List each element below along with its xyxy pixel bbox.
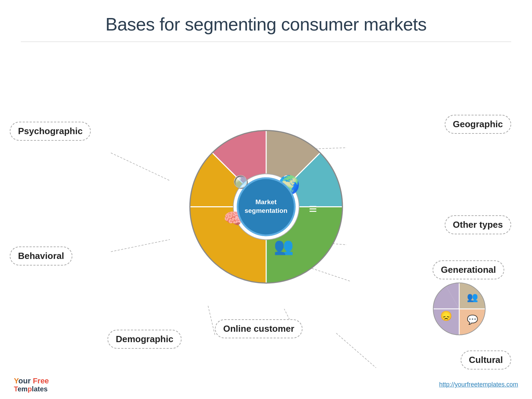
sub-wheel: 😞 👥 💬	[431, 281, 487, 337]
label-generational: Generational	[433, 260, 504, 279]
svg-line-2	[111, 240, 170, 252]
svg-text:💬: 💬	[467, 314, 478, 325]
svg-line-3	[208, 305, 215, 335]
label-online-customer: Online customer	[215, 319, 303, 338]
svg-text:👥: 👥	[273, 237, 294, 256]
center-text-line1: Market	[255, 198, 277, 207]
footer-link[interactable]: http://yourfreetemplates.com	[439, 381, 518, 388]
divider	[21, 42, 511, 42]
logo-your: Your Free	[14, 377, 49, 385]
logo: Your Free Templates	[14, 377, 49, 393]
label-geographic: Geographic	[445, 115, 511, 134]
center-text-line2: segmentation	[245, 207, 288, 215]
diagram-container: 🔍 🌍 ≡ 👥 🧠 Market segmentation Psychograp…	[0, 45, 532, 375]
footer: Your Free Templates http://yourfreetempl…	[0, 377, 532, 393]
svg-line-0	[111, 153, 170, 181]
label-demographic: Demographic	[107, 330, 182, 349]
logo-templates: Templates	[14, 385, 49, 393]
main-wheel: 🔍 🌍 ≡ 👥 🧠 Market segmentation	[183, 123, 349, 290]
svg-text:≡: ≡	[309, 201, 317, 216]
svg-text:😞: 😞	[440, 310, 452, 322]
label-psychographic: Psychographic	[10, 122, 91, 141]
center-circle: Market segmentation	[237, 177, 296, 236]
label-other-types: Other types	[445, 215, 512, 234]
label-cultural: Cultural	[461, 350, 511, 370]
page-title: Bases for segmenting consumer markets	[0, 0, 532, 42]
svg-line-7	[336, 333, 376, 368]
label-behavioral: Behavioral	[10, 246, 72, 266]
logo-free: Free	[33, 376, 49, 385]
svg-text:👥: 👥	[467, 292, 478, 303]
